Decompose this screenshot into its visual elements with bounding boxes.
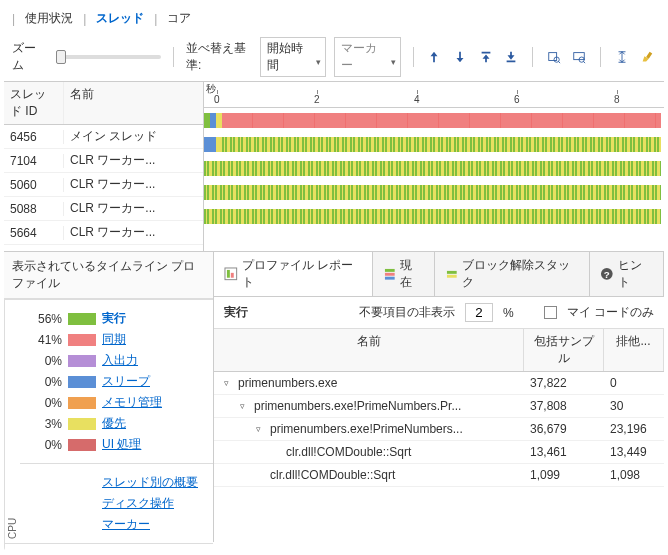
mycode-checkbox[interactable] bbox=[544, 306, 557, 319]
profile-legend-item[interactable]: 0%スリープ bbox=[20, 371, 213, 392]
legend-label[interactable]: UI 処理 bbox=[102, 436, 205, 453]
col-inclusive[interactable]: 包括サンプル bbox=[524, 329, 604, 371]
link-label[interactable]: ディスク操作 bbox=[102, 495, 205, 512]
timeline-bar-row[interactable] bbox=[204, 108, 664, 132]
unblock-icon bbox=[445, 267, 459, 281]
svg-rect-11 bbox=[385, 277, 395, 280]
report-row[interactable]: ▿primenumbers.exe!PrimeNumbers.Pr...37,8… bbox=[214, 395, 664, 418]
sort-dropdown[interactable]: 開始時間 bbox=[260, 37, 326, 77]
legend-label[interactable]: 同期 bbox=[102, 331, 205, 348]
thread-row[interactable]: 7104CLR ワーカー... bbox=[4, 149, 203, 173]
profile-legend-item[interactable]: 3%優先 bbox=[20, 413, 213, 434]
zoom-region-icon[interactable] bbox=[545, 47, 563, 67]
profile-legend-item[interactable]: 56%実行 bbox=[20, 308, 213, 329]
thread-row[interactable]: 5664CLR ワーカー... bbox=[4, 221, 203, 245]
zoom-slider[interactable] bbox=[56, 55, 162, 59]
marker-dropdown[interactable]: マーカー bbox=[334, 37, 400, 77]
legend-swatch bbox=[68, 313, 96, 325]
legend-swatch bbox=[68, 334, 96, 346]
timeline-bar-row[interactable] bbox=[204, 156, 664, 180]
legend-label[interactable]: 実行 bbox=[102, 310, 205, 327]
tree-toggle-icon[interactable]: ▿ bbox=[240, 401, 250, 411]
cpu-group-label: CPU bbox=[4, 300, 20, 543]
thread-row[interactable]: 5088CLR ワーカー... bbox=[4, 197, 203, 221]
link-label[interactable]: マーカー bbox=[102, 516, 205, 533]
zoom-label: ズーム bbox=[12, 40, 44, 74]
col-thread-name[interactable]: 名前 bbox=[64, 82, 203, 124]
move-down-icon[interactable] bbox=[451, 47, 469, 67]
row-name: clr.dll!COMDouble::Sqrt bbox=[286, 445, 411, 459]
move-up-icon[interactable] bbox=[426, 47, 444, 67]
col-exclusive[interactable]: 排他... bbox=[604, 329, 664, 371]
profile-link[interactable]: ディスク操作 bbox=[20, 493, 213, 514]
tab-unblock[interactable]: ブロック解除スタック bbox=[435, 252, 591, 296]
report-title: 実行 bbox=[224, 304, 248, 321]
ruler-tick: 4 bbox=[414, 94, 420, 105]
legend-label[interactable]: 優先 bbox=[102, 415, 205, 432]
ruler-tick: 0 bbox=[214, 94, 220, 105]
tab-current[interactable]: 現在 bbox=[373, 252, 435, 296]
row-inclusive: 13,461 bbox=[524, 441, 604, 463]
tab-profile-report[interactable]: プロファイル レポート bbox=[214, 252, 373, 296]
row-name: primenumbers.exe bbox=[238, 376, 337, 390]
ruler-tick: 8 bbox=[614, 94, 620, 105]
ruler-tick: 6 bbox=[514, 94, 520, 105]
tree-toggle-icon[interactable]: ▿ bbox=[256, 424, 266, 434]
report-row[interactable]: clr.dll!COMDouble::Sqrt1,0991,098 bbox=[214, 464, 664, 487]
row-exclusive: 0 bbox=[604, 372, 664, 394]
profile-link[interactable]: スレッド別の概要 bbox=[20, 472, 213, 493]
profile-legend-item[interactable]: 0%UI 処理 bbox=[20, 434, 213, 455]
legend-pct: 3% bbox=[28, 417, 62, 431]
timeline-bar-row[interactable] bbox=[204, 204, 664, 228]
col-name[interactable]: 名前 bbox=[214, 329, 524, 371]
svg-rect-7 bbox=[227, 270, 230, 278]
profile-legend-item[interactable]: 0%入出力 bbox=[20, 350, 213, 371]
row-inclusive: 37,808 bbox=[524, 395, 604, 417]
thread-row[interactable]: 6456メイン スレッド bbox=[4, 125, 203, 149]
thread-id: 5088 bbox=[4, 202, 64, 216]
report-row[interactable]: clr.dll!COMDouble::Sqrt13,46113,449 bbox=[214, 441, 664, 464]
legend-label[interactable]: メモリ管理 bbox=[102, 394, 205, 411]
timeline-ruler: 秒 02468 bbox=[204, 82, 664, 108]
profile-legend-item[interactable]: 0%メモリ管理 bbox=[20, 392, 213, 413]
gpu-group-label: GPU bbox=[4, 544, 20, 555]
legend-pct: 0% bbox=[28, 438, 62, 452]
legend-pct: 0% bbox=[28, 396, 62, 410]
noise-input[interactable] bbox=[465, 303, 493, 322]
link-label[interactable]: スレッド別の概要 bbox=[102, 474, 205, 491]
col-thread-id[interactable]: スレッド ID bbox=[4, 82, 64, 124]
profile-link[interactable]: マーカー bbox=[20, 514, 213, 535]
tab-threads[interactable]: スレッド bbox=[90, 8, 150, 29]
expand-icon[interactable] bbox=[613, 47, 631, 67]
row-exclusive: 23,196 bbox=[604, 418, 664, 440]
row-inclusive: 1,099 bbox=[524, 464, 604, 486]
tab-hint[interactable]: ?ヒント bbox=[590, 252, 664, 296]
highlight-icon[interactable] bbox=[638, 47, 656, 67]
profile-legend-item[interactable]: 41%同期 bbox=[20, 329, 213, 350]
move-top-icon[interactable] bbox=[477, 47, 495, 67]
svg-rect-9 bbox=[385, 269, 395, 272]
thread-name: CLR ワーカー... bbox=[64, 152, 203, 169]
legend-label[interactable]: 入出力 bbox=[102, 352, 205, 369]
report-row[interactable]: ▿primenumbers.exe37,8220 bbox=[214, 372, 664, 395]
legend-swatch bbox=[68, 418, 96, 430]
noise-label: 不要項目の非表示 bbox=[359, 304, 455, 321]
thread-row[interactable]: 5060CLR ワーカー... bbox=[4, 173, 203, 197]
svg-rect-13 bbox=[447, 275, 457, 278]
legend-label[interactable]: スリープ bbox=[102, 373, 205, 390]
mycode-label: マイ コードのみ bbox=[567, 304, 654, 321]
tab-usage[interactable]: 使用状況 bbox=[19, 8, 79, 29]
report-row[interactable]: ▿primenumbers.exe!PrimeNumbers...36,6792… bbox=[214, 418, 664, 441]
report-icon bbox=[224, 267, 238, 281]
timeline-bar-row[interactable] bbox=[204, 180, 664, 204]
move-bottom-icon[interactable] bbox=[502, 47, 520, 67]
zoom-fit-icon[interactable] bbox=[570, 47, 588, 67]
row-inclusive: 37,822 bbox=[524, 372, 604, 394]
thread-id: 6456 bbox=[4, 130, 64, 144]
tree-toggle-icon[interactable]: ▿ bbox=[224, 378, 234, 388]
noise-pct: % bbox=[503, 306, 514, 320]
svg-line-5 bbox=[583, 61, 585, 63]
tab-cores[interactable]: コア bbox=[161, 8, 197, 29]
timeline-bar-row[interactable] bbox=[204, 132, 664, 156]
legend-pct: 0% bbox=[28, 375, 62, 389]
